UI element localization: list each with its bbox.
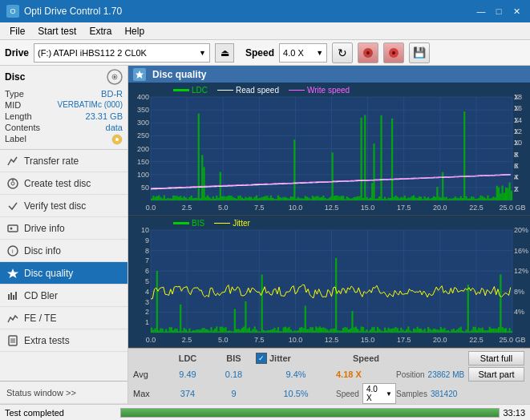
drive-label: Drive: [5, 47, 29, 59]
progress-fill: [121, 409, 499, 417]
svg-point-10: [11, 182, 14, 185]
position-val: 23862 MB: [428, 370, 465, 379]
svg-rect-19: [13, 295, 14, 300]
extra-tests-icon: [6, 334, 19, 347]
avg-label: Avg: [133, 370, 164, 379]
charts-container: LDC Read speed Write speed: [128, 83, 530, 404]
max-jitter: 10.5%: [256, 389, 336, 398]
nav-cd-bler[interactable]: CD Bler: [0, 285, 127, 307]
status-time: 33:13: [503, 408, 525, 418]
drive-select[interactable]: (F:) ATAPI iHBS112 2 CL0K ▼: [34, 43, 210, 63]
menu-bar: File Start test Extra Help: [0, 22, 530, 40]
verify-icon: [6, 200, 19, 212]
nav-transfer-rate[interactable]: Transfer rate: [0, 150, 127, 172]
header-ldc: LDC: [164, 353, 212, 363]
nav-extra-tests[interactable]: Extra tests: [0, 329, 127, 352]
nav-drive-info[interactable]: Drive info: [0, 217, 127, 240]
svg-point-6: [114, 76, 116, 79]
create-disc-icon: [6, 177, 19, 190]
disc-row-mid: MID VERBATIMc (000): [5, 99, 123, 111]
menu-extra[interactable]: Extra: [83, 22, 118, 39]
bottom-chart: [128, 216, 530, 347]
svg-rect-20: [15, 292, 17, 300]
max-bis: 9: [212, 389, 256, 398]
speed-display: 4.0 X ▼: [362, 383, 396, 404]
legend-bis: BIS: [173, 219, 204, 228]
samples-val: 381420: [431, 390, 457, 398]
title-text: Opti Drive Control 1.70: [24, 6, 122, 17]
chart-legend-bottom: BIS Jitter: [149, 217, 274, 228]
legend-jitter: Jitter: [214, 219, 250, 228]
nav-disc-info[interactable]: i Disc info: [0, 240, 127, 262]
stats-panel: LDC BIS ✓ Jitter Speed Start full Avg 9.…: [128, 348, 530, 404]
sidebar-nav: Transfer rate Create test disc Verify te…: [0, 150, 127, 404]
disc-contents-val: data: [106, 123, 123, 132]
legend-ldc: LDC: [173, 86, 208, 95]
header-bis: BIS: [212, 353, 256, 363]
menu-start-test[interactable]: Start test: [31, 22, 83, 39]
speed-label: Speed: [245, 47, 274, 59]
avg-jitter: 9.4%: [256, 370, 336, 379]
speed-value: 4.0 X: [283, 48, 304, 58]
avg-bis: 0.18: [212, 370, 256, 379]
maximize-button[interactable]: □: [492, 4, 506, 18]
app-icon: O: [6, 5, 19, 18]
main-layout: Disc Type BD-R MID VERBATIMc (000) Lengt…: [0, 66, 530, 404]
start-part-button[interactable]: Start part: [468, 367, 524, 382]
disc-row-length: Length 23.31 GB: [5, 111, 123, 122]
svg-marker-25: [136, 71, 144, 79]
speed-val: 4.18 X: [336, 370, 396, 379]
svg-point-8: [115, 138, 119, 141]
title-bar: O Opti Drive Control 1.70 — □ ✕: [0, 0, 530, 22]
nav-fe-te[interactable]: FE / TE: [0, 307, 127, 329]
disc-button2[interactable]: [383, 42, 404, 63]
menu-file[interactable]: File: [3, 22, 31, 39]
nav-create-test-disc[interactable]: Create test disc: [0, 172, 127, 195]
status-bar: Test completed 33:13: [0, 404, 530, 420]
nav-disc-quality[interactable]: Disc quality: [0, 262, 127, 285]
eject-button[interactable]: ⏏: [215, 43, 234, 63]
disc-length-val: 23.31 GB: [86, 111, 123, 121]
drive-value: (F:) ATAPI iHBS112 2 CL0K: [38, 48, 147, 58]
chart-legend-top: LDC Read speed Write speed: [149, 84, 374, 95]
disc-quality-header: Disc quality: [128, 66, 530, 83]
legend-write-speed: Write speed: [289, 86, 350, 95]
svg-point-1: [366, 51, 370, 55]
menu-help[interactable]: Help: [118, 22, 151, 39]
start-full-button[interactable]: Start full: [468, 351, 524, 365]
disc-row-label: Label: [5, 133, 123, 146]
drive-select-arrow: ▼: [199, 49, 206, 57]
drive-bar: Drive (F:) ATAPI iHBS112 2 CL0K ▼ ⏏ Spee…: [0, 40, 530, 66]
content-area: Disc quality LDC Read speed: [128, 66, 530, 404]
progress-bar: [120, 408, 500, 418]
disc-icon: [107, 69, 123, 85]
max-ldc: 374: [164, 389, 212, 398]
disc-button1[interactable]: [358, 42, 378, 63]
header-jitter: Jitter: [269, 353, 291, 363]
disc-quality-icon: [6, 267, 19, 280]
save-button[interactable]: 💾: [409, 42, 430, 63]
svg-rect-12: [8, 225, 18, 232]
status-window-btn[interactable]: Status window >>: [0, 382, 127, 404]
disc-section-label: Disc: [5, 71, 25, 83]
refresh-button[interactable]: ↻: [332, 42, 353, 63]
disc-label-val: [111, 134, 123, 145]
minimize-button[interactable]: —: [474, 4, 488, 18]
speed-select[interactable]: 4.0 X ▼: [279, 43, 327, 63]
fe-te-icon: [6, 312, 19, 325]
speed-select-arrow: ▼: [316, 49, 323, 57]
nav-verify-test-disc[interactable]: Verify test disc: [0, 195, 127, 217]
close-button[interactable]: ✕: [509, 4, 524, 18]
legend-read-speed: Read speed: [217, 86, 279, 95]
disc-quality-icon-header: [133, 68, 146, 81]
disc-info-icon: i: [6, 244, 19, 257]
header-speed: Speed: [336, 353, 396, 363]
svg-rect-18: [10, 293, 12, 300]
disc-type-val: BD-R: [101, 89, 123, 99]
disc-info-panel: Disc Type BD-R MID VERBATIMc (000) Lengt…: [0, 66, 127, 150]
cd-bler-icon: [6, 289, 19, 302]
status-text: Test completed: [5, 408, 117, 418]
jitter-checkbox[interactable]: ✓: [256, 353, 267, 364]
transfer-rate-icon: [6, 155, 19, 168]
svg-point-13: [10, 227, 13, 229]
